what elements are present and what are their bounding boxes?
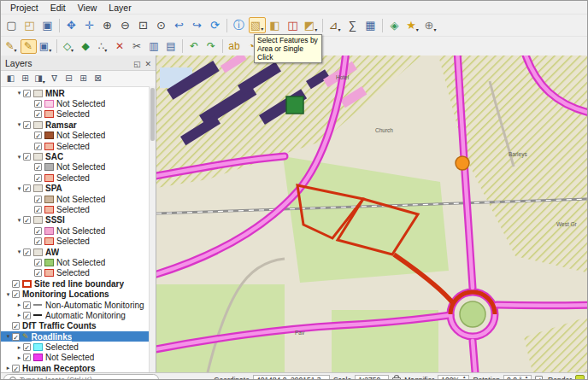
- new-bookmark-icon[interactable]: ★▾: [404, 17, 421, 33]
- layer-checkbox[interactable]: ✓: [12, 322, 20, 330]
- layer-tree-item[interactable]: ▸✓Selected: [1, 342, 156, 352]
- add-polygon-feature-icon[interactable]: ◆: [78, 39, 94, 54]
- locate-input[interactable]: [20, 376, 153, 380]
- project-open-icon[interactable]: ◰: [21, 17, 38, 33]
- project-new-icon[interactable]: ▢: [3, 17, 21, 33]
- layer-tree-item[interactable]: ✓Not Selected: [1, 225, 156, 236]
- pan-to-selection-icon[interactable]: ✛: [81, 17, 98, 33]
- layer-checkbox[interactable]: ✓: [34, 237, 42, 245]
- layer-checkbox[interactable]: ✓: [34, 259, 42, 266]
- select-by-value-icon[interactable]: ◧: [267, 17, 284, 33]
- layer-checkbox[interactable]: ✓: [23, 354, 31, 361]
- layer-tree-item[interactable]: ✓Selected: [1, 109, 156, 120]
- layer-tree-item[interactable]: ✓Selected: [1, 268, 156, 278]
- redo-icon[interactable]: ↷: [203, 39, 220, 54]
- layer-tree-item[interactable]: ▸✓Human Receptors: [1, 363, 156, 372]
- chevron-down-icon[interactable]: ▾: [383, 377, 385, 380]
- undock-panel-icon[interactable]: ◱: [133, 60, 141, 68]
- layer-checkbox[interactable]: ✓: [12, 365, 20, 372]
- layer-checkbox[interactable]: ✓: [34, 227, 42, 235]
- layer-labeling-icon[interactable]: ab: [226, 39, 243, 54]
- vertex-tool-icon[interactable]: ∴▾: [95, 39, 111, 54]
- delete-selected-icon[interactable]: ✕: [112, 39, 128, 54]
- layer-checkbox[interactable]: ✓: [34, 100, 42, 108]
- layer-checkbox[interactable]: ✓: [23, 216, 31, 224]
- zoom-in-icon[interactable]: ⊕: [99, 17, 116, 33]
- menu-edit[interactable]: Edit: [44, 3, 72, 13]
- coordinate-box[interactable]: [253, 375, 330, 380]
- messages-icon[interactable]: [575, 375, 585, 380]
- zoom-out-icon[interactable]: ⊖: [117, 17, 134, 33]
- layer-tree-item[interactable]: ✓Not Selected: [1, 162, 156, 172]
- open-layer-styling-icon[interactable]: ◧: [4, 73, 18, 85]
- close-panel-icon[interactable]: ✕: [144, 60, 151, 68]
- layer-checkbox[interactable]: ✓: [34, 206, 42, 213]
- layer-tree-item[interactable]: ▾✓MNR: [1, 88, 156, 98]
- layer-checkbox[interactable]: ✓: [23, 184, 31, 192]
- map-refresh-icon[interactable]: ⟳: [207, 17, 224, 33]
- layer-tree-item[interactable]: ✓Not Selected: [1, 194, 156, 204]
- layer-checkbox[interactable]: ✓: [23, 90, 31, 97]
- layer-tree-item[interactable]: ✓Site red line boundary: [1, 278, 156, 289]
- digitize-with-segment-icon[interactable]: ◇▾: [61, 39, 77, 54]
- layer-tree-item[interactable]: ▾✓AW: [1, 247, 156, 257]
- scrollbar-thumb[interactable]: [150, 88, 155, 141]
- save-layer-edits-icon[interactable]: ▣▾: [38, 39, 54, 54]
- spinner-arrows-icon[interactable]: ▲▼: [462, 376, 466, 380]
- add-group-icon[interactable]: ⊞: [19, 73, 32, 85]
- layer-checkbox[interactable]: ✓: [12, 333, 20, 341]
- layer-tree-item[interactable]: ▾✓✎Roadlinks: [1, 331, 156, 342]
- zoom-last-icon[interactable]: ↩: [171, 17, 188, 33]
- collapse-arrow-icon[interactable]: ▾: [4, 333, 12, 340]
- copy-features-icon[interactable]: ▥: [146, 39, 162, 54]
- layer-tree-item[interactable]: ▾✓SPA: [1, 184, 156, 194]
- select-by-expression-icon[interactable]: ◩▾: [303, 17, 320, 33]
- layer-checkbox[interactable]: ✓: [34, 196, 42, 203]
- render-checkbox[interactable]: ✓: [535, 376, 543, 380]
- menu-project[interactable]: Project: [4, 3, 44, 13]
- remove-layer-icon[interactable]: ⊠: [91, 73, 105, 85]
- layer-tree-item[interactable]: ▸✓Not Selected: [1, 353, 156, 363]
- layer-tree-item[interactable]: ✓Not Selected: [1, 257, 156, 267]
- expand-arrow-icon[interactable]: ▸: [4, 365, 12, 371]
- layer-tree-item[interactable]: ▾✓Monitoring Locations: [1, 289, 156, 299]
- collapse-arrow-icon[interactable]: ▾: [15, 121, 23, 128]
- collapse-all-icon[interactable]: ⊞: [77, 73, 91, 85]
- layer-checkbox[interactable]: ✓: [23, 301, 31, 309]
- layer-tree-item[interactable]: ✓Selected: [1, 141, 156, 151]
- select-features-icon[interactable]: ▧▾: [249, 17, 266, 33]
- layer-checkbox[interactable]: ✓: [23, 121, 31, 129]
- pan-map-icon[interactable]: ✥: [63, 17, 80, 33]
- layer-tree-item[interactable]: ▸✓Automatic Monitoring: [1, 310, 156, 320]
- layer-tree-item[interactable]: ✓Not Selected: [1, 98, 156, 108]
- layer-tree-item[interactable]: ✓Selected: [1, 172, 156, 183]
- zoom-magnifier-icon[interactable]: ⊕▾: [422, 17, 439, 33]
- layer-checkbox[interactable]: ✓: [34, 110, 42, 118]
- menu-layer[interactable]: Layer: [103, 3, 137, 13]
- layer-checkbox[interactable]: ✓: [34, 174, 42, 182]
- menu-view[interactable]: View: [72, 3, 103, 13]
- rotation-spinner[interactable]: 0.0 ° ▲▼: [503, 375, 532, 380]
- undo-icon[interactable]: ↶: [186, 39, 203, 54]
- collapse-arrow-icon[interactable]: ▾: [4, 291, 12, 298]
- render-toggle[interactable]: ✓ Render: [535, 376, 572, 380]
- layers-scrollbar[interactable]: [149, 86, 156, 372]
- layer-checkbox[interactable]: ✓: [34, 143, 42, 150]
- magnifier-spinner[interactable]: 100% ▲▼: [438, 375, 469, 380]
- paste-features-icon[interactable]: ▤: [163, 39, 179, 54]
- layer-tree-item[interactable]: ✓Selected: [1, 236, 156, 246]
- layer-tree-item[interactable]: ✓Not Selected: [1, 131, 156, 141]
- locate-bar[interactable]: [3, 374, 159, 380]
- layer-tree-item[interactable]: ▾✓Ramsar: [1, 120, 156, 130]
- coordinate-input[interactable]: [256, 376, 326, 380]
- layer-tree-item[interactable]: ✓DfT Traffic Counts: [1, 321, 156, 331]
- project-save-icon[interactable]: ▣: [39, 17, 56, 33]
- layer-checkbox[interactable]: ✓: [23, 153, 31, 161]
- layer-tree-item[interactable]: ✓Selected: [1, 204, 156, 214]
- statistics-icon[interactable]: ∑: [344, 17, 362, 33]
- layer-checkbox[interactable]: ✓: [23, 343, 31, 351]
- deselect-all-icon[interactable]: ◫: [285, 17, 302, 33]
- map-tips-icon[interactable]: ◈: [386, 17, 403, 33]
- zoom-full-icon[interactable]: ⊡: [135, 17, 152, 33]
- layer-checkbox[interactable]: ✓: [23, 248, 31, 256]
